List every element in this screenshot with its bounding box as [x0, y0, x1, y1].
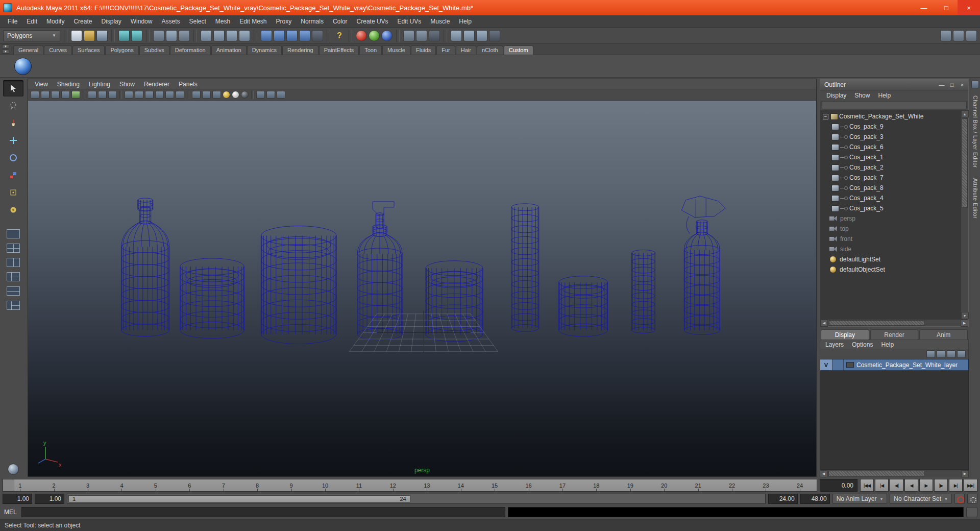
menu-item[interactable]: File	[3, 15, 22, 27]
select-mask-joints-icon[interactable]	[213, 30, 225, 41]
render-settings-icon[interactable]	[489, 30, 500, 41]
layout-hypershade-button[interactable]	[3, 299, 23, 312]
divider[interactable]	[254, 30, 257, 42]
layer-editor-menu-item[interactable]: Options	[848, 341, 877, 348]
layer-editor-horizontal-scrollbar[interactable]: ◀ ▶	[820, 470, 969, 477]
menu-item[interactable]: Create UVs	[352, 15, 393, 27]
playback-button[interactable]: ▶▶|	[964, 479, 977, 492]
layer-visibility-toggle[interactable]: V	[820, 359, 832, 370]
safe-action-icon[interactable]	[165, 91, 174, 99]
show-attribute-editor-icon[interactable]	[966, 30, 977, 41]
panel-menu-item[interactable]: View	[30, 81, 53, 88]
safe-title-icon[interactable]	[176, 91, 184, 99]
shelf-tab-menu-icon[interactable]: ▼	[2, 44, 9, 49]
lasso-tool-button[interactable]	[3, 98, 23, 114]
menu-item[interactable]: Proxy	[272, 15, 297, 27]
playback-button[interactable]: ◀	[904, 479, 918, 492]
snap-to-curve-icon[interactable]	[274, 30, 285, 41]
soft-modification-tool-button[interactable]	[3, 202, 23, 218]
menu-item[interactable]: Mesh	[211, 15, 235, 27]
shelf-tab[interactable]: PaintEffects	[319, 45, 359, 55]
scroll-up-icon[interactable]: ▲	[961, 110, 969, 117]
scroll-right-icon[interactable]: ▶	[961, 320, 968, 327]
menu-item[interactable]: Edit Mesh	[235, 15, 271, 27]
shelf-tab[interactable]: Muscle	[382, 45, 410, 55]
select-camera-icon[interactable]	[31, 91, 39, 99]
lock-camera-icon[interactable]	[41, 91, 50, 99]
divider[interactable]	[349, 30, 352, 42]
camera-attributes-icon[interactable]	[51, 91, 60, 99]
bookmarks-icon[interactable]	[61, 91, 70, 99]
playback-button[interactable]: |◀◀	[860, 479, 874, 492]
panel-menu-item[interactable]: Shading	[53, 81, 84, 88]
move-layer-down-icon[interactable]	[937, 350, 945, 358]
script-editor-icon[interactable]	[966, 507, 977, 517]
menu-item[interactable]: Display	[96, 15, 126, 27]
outliner-camera-node[interactable]: persp	[820, 213, 961, 224]
outliner-set-node[interactable]: defaultLightSet	[820, 254, 961, 264]
layer-playback-toggle[interactable]	[832, 359, 844, 370]
input-connections-icon[interactable]	[403, 30, 414, 41]
xray-icon[interactable]	[266, 91, 275, 99]
select-tool-button[interactable]	[3, 80, 23, 96]
grid-toggle-icon[interactable]	[108, 91, 117, 99]
textured-mode-icon[interactable]	[212, 91, 221, 99]
universal-manipulator-button[interactable]	[3, 184, 23, 201]
divider[interactable]	[64, 30, 67, 42]
show-tool-settings-icon[interactable]	[953, 30, 964, 41]
new-empty-layer-icon[interactable]	[947, 350, 955, 358]
outliner-node[interactable]: Cos_pack_3	[820, 132, 961, 142]
minimize-button[interactable]: —	[913, 0, 935, 15]
layer-row[interactable]: V Cosmetic_Package_Set_White_layer	[820, 359, 968, 371]
maximize-button[interactable]: □	[935, 0, 958, 15]
save-scene-icon[interactable]	[96, 30, 108, 41]
shelf-menu-icon[interactable]: ▼	[2, 50, 9, 54]
grease-pencil-icon[interactable]	[98, 91, 107, 99]
panel-menu-item[interactable]: Show	[115, 81, 139, 88]
help-icon[interactable]: ?	[334, 30, 345, 41]
outliner-node[interactable]: Cos_pack_7	[820, 173, 961, 183]
menu-item[interactable]: Help	[454, 15, 476, 27]
outliner-root-node[interactable]: − Cosmetic_Package_Set_White	[820, 111, 961, 122]
shelf-tab[interactable]: Custom	[504, 45, 533, 55]
shelf-tab[interactable]: Polygons	[105, 45, 138, 55]
animation-preferences-icon[interactable]	[967, 494, 977, 504]
current-time-field[interactable]: 0.00	[820, 479, 857, 492]
maya-app-icon[interactable]	[3, 3, 12, 12]
outliner-set-node[interactable]: defaultObjectSet	[820, 264, 961, 275]
outliner-node[interactable]: Cos_pack_9	[820, 122, 961, 132]
attribute-editor-tab[interactable]: Attribute Editor	[972, 175, 978, 222]
output-connections-icon[interactable]	[416, 30, 427, 41]
layout-horizontal-split-button[interactable]	[3, 284, 23, 298]
shelf-tab[interactable]: Fluids	[411, 45, 436, 55]
outliner-node[interactable]: Cos_pack_1	[820, 152, 961, 162]
menu-item[interactable]: Muscle	[426, 15, 454, 27]
redo-icon[interactable]	[131, 30, 142, 41]
playback-button[interactable]: |▶	[934, 479, 948, 492]
outliner-node[interactable]: Cos_pack_8	[820, 183, 961, 193]
layout-single-pane-button[interactable]	[3, 227, 23, 240]
command-line-mode-label[interactable]: MEL	[3, 509, 19, 516]
menu-item[interactable]: Create	[69, 15, 96, 27]
default-lighting-icon[interactable]	[232, 91, 239, 99]
animation-start-field[interactable]: 1.00	[3, 494, 32, 504]
select-mask-surfaces-icon[interactable]	[239, 30, 250, 41]
select-component-icon[interactable]	[179, 30, 190, 41]
auto-keyframe-icon[interactable]	[954, 494, 965, 504]
timeline-track[interactable]: 123456789101112131415161718192021222324	[3, 479, 817, 492]
select-object-icon[interactable]	[166, 30, 177, 41]
paint-selection-tool-button[interactable]	[3, 115, 23, 131]
scale-tool-button[interactable]	[3, 167, 23, 183]
outliner-node[interactable]: Cos_pack_2	[820, 162, 961, 173]
render-view-icon[interactable]	[451, 30, 462, 41]
outliner-node[interactable]: Cos_pack_4	[820, 193, 961, 203]
close-button[interactable]: ×	[958, 0, 980, 15]
layout-four-pane-button[interactable]	[3, 242, 23, 255]
outliner-camera-node[interactable]: top	[820, 224, 961, 234]
divider[interactable]	[146, 30, 150, 42]
isolate-select-icon[interactable]	[277, 91, 285, 99]
dock-icon[interactable]	[971, 81, 979, 88]
snap-to-view-plane-icon[interactable]	[299, 30, 310, 41]
field-chart-icon[interactable]	[155, 91, 164, 99]
scroll-left-icon[interactable]: ◀	[820, 320, 828, 327]
